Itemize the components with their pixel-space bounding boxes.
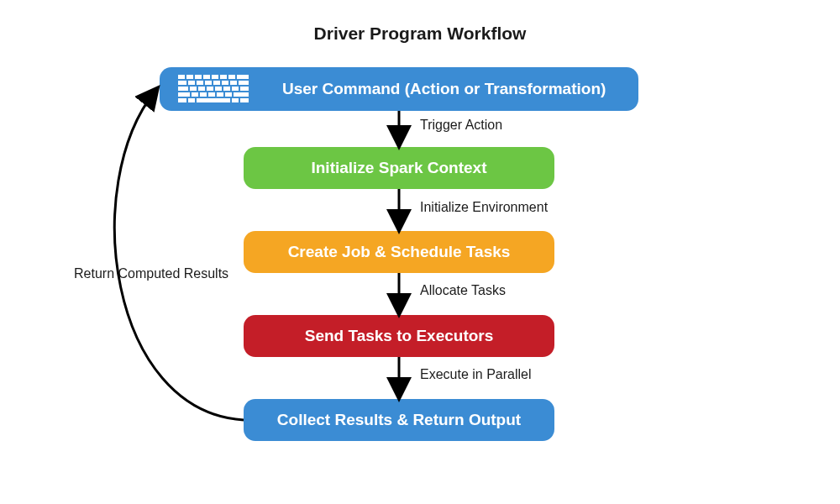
node-create-job-label: Create Job & Schedule Tasks	[288, 243, 511, 261]
svg-rect-27	[200, 92, 207, 97]
svg-rect-25	[178, 92, 190, 97]
svg-rect-14	[222, 81, 228, 85]
svg-rect-11	[197, 81, 203, 85]
svg-rect-15	[230, 81, 237, 85]
node-create-job: Create Job & Schedule Tasks	[244, 231, 554, 273]
svg-rect-10	[188, 81, 195, 85]
svg-rect-28	[208, 92, 215, 97]
node-user-command-label: User Command (Action or Transformation)	[282, 80, 606, 98]
svg-rect-4	[203, 75, 210, 79]
svg-rect-23	[232, 87, 239, 91]
svg-rect-3	[195, 75, 202, 79]
node-collect-results-label: Collect Results & Return Output	[277, 411, 521, 429]
svg-rect-2	[186, 75, 193, 79]
svg-rect-34	[197, 98, 230, 102]
svg-rect-32	[178, 98, 186, 102]
svg-rect-18	[190, 87, 197, 91]
svg-rect-33	[188, 98, 195, 102]
svg-rect-29	[217, 92, 223, 97]
svg-rect-17	[178, 87, 188, 91]
keyboard-icon	[176, 73, 250, 105]
svg-rect-16	[239, 81, 249, 85]
node-collect-results: Collect Results & Return Output	[244, 399, 554, 441]
svg-rect-35	[232, 98, 239, 102]
edge-label-init-env: Initialize Environment	[420, 200, 548, 215]
svg-rect-9	[178, 81, 186, 85]
edge-label-allocate-tasks: Allocate Tasks	[420, 283, 506, 298]
svg-rect-20	[207, 87, 213, 91]
node-send-tasks-label: Send Tasks to Executors	[305, 327, 494, 345]
svg-rect-12	[205, 81, 212, 85]
svg-rect-7	[228, 75, 235, 79]
svg-rect-24	[240, 87, 249, 91]
svg-rect-19	[198, 87, 205, 91]
svg-rect-6	[220, 75, 227, 79]
edge-label-return-results: Return Computed Results	[74, 266, 228, 281]
node-send-tasks: Send Tasks to Executors	[244, 315, 554, 357]
edge-label-execute-parallel: Execute in Parallel	[420, 367, 532, 382]
svg-rect-8	[237, 75, 249, 79]
svg-rect-22	[223, 87, 230, 91]
svg-rect-31	[234, 92, 249, 97]
edge-label-trigger-action: Trigger Action	[420, 118, 502, 133]
node-user-command: User Command (Action or Transformation)	[160, 67, 638, 111]
node-init-context-label: Initialize Spark Context	[311, 159, 486, 177]
svg-rect-26	[192, 92, 198, 97]
diagram-title: Driver Program Workflow	[0, 24, 840, 44]
svg-rect-13	[213, 81, 220, 85]
node-init-context: Initialize Spark Context	[244, 147, 554, 189]
svg-rect-36	[240, 98, 249, 102]
svg-rect-5	[212, 75, 218, 79]
svg-rect-30	[225, 92, 232, 97]
svg-rect-21	[215, 87, 222, 91]
svg-rect-1	[178, 75, 185, 79]
